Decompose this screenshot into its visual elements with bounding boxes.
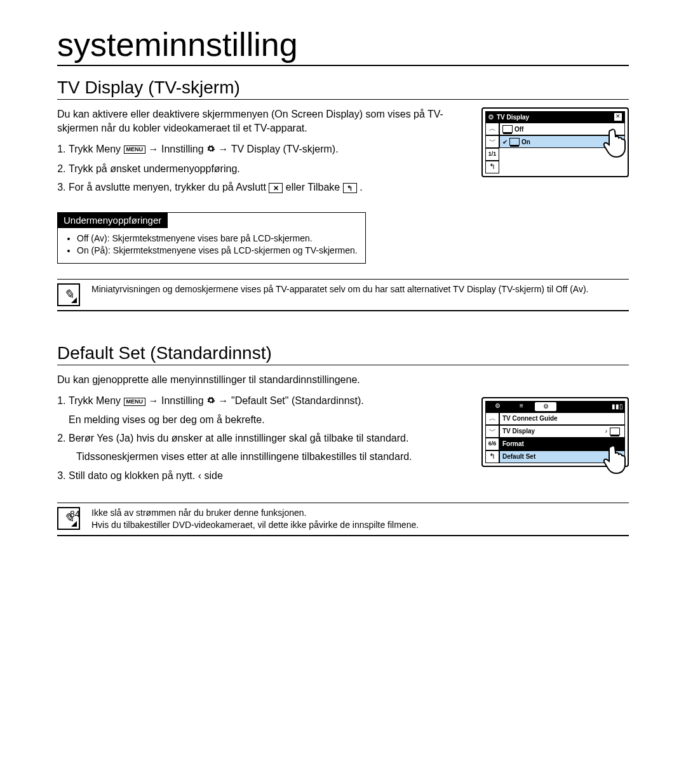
submenu-on: On (På): Skjermtekstmenyene vises på LCD…	[77, 245, 358, 257]
back-icon: ↰	[485, 161, 499, 173]
gear-icon: ⚙	[487, 402, 508, 411]
gear-icon	[206, 142, 215, 158]
tv-icon	[610, 428, 620, 435]
scroll-up-icon: ︿	[485, 123, 499, 135]
menu-icon: MENU	[124, 398, 146, 406]
section2-step3: Still dato og klokken på nytt. ‹ side	[69, 468, 431, 484]
scroll-up-icon: ︿	[485, 412, 499, 425]
gear-icon: ⚙	[488, 113, 494, 121]
back-icon: ↰	[343, 183, 357, 193]
section1-step3: For å avslutte menyen, trykker du på Avs…	[69, 179, 424, 196]
scroll-down-icon: ﹀	[485, 135, 499, 148]
submenu-box: Undermenyoppføringer Off (Av): Skjermtek…	[57, 212, 366, 264]
section1-note: ✎ Miniatyrvisningen og demoskjermene vis…	[57, 279, 629, 311]
section2-intro: Du kan gjenopprette alle menyinnstilling…	[57, 373, 629, 387]
hand-pointer-icon	[602, 443, 631, 476]
default-set-screen-mock: ⚙ ≡ ⚙ ▮▮▯ ︿ TV Connect Guide ﹀ TV Displa…	[481, 397, 629, 467]
section1-step1: Trykk Meny MENU → Innstilling → TV Displ…	[69, 141, 424, 158]
close-icon: ✕	[269, 183, 283, 193]
section1-step2: Trykk på ønsket undermenyoppføring.	[69, 161, 424, 177]
tv-icon	[509, 138, 520, 145]
screen2-row1: TV Connect Guide	[499, 412, 625, 425]
screen2-row2: TV Display ›	[499, 425, 625, 438]
section2-note-text: Ikke slå av strømmen når du bruker denne…	[91, 507, 419, 531]
page-title: systeminnstilling	[57, 25, 629, 66]
submenu-off: Off (Av): Skjermtekstmenyene vises bare …	[77, 233, 358, 245]
scroll-down-icon: ﹀	[485, 425, 499, 438]
tv-display-screen-mock: ⚙ TV Display ✕ ︿ Off ﹀ ✔ On 1/1 ↰	[481, 107, 629, 177]
back-icon: ↰	[485, 450, 499, 463]
close-icon: ✕	[614, 112, 622, 121]
list-icon: ≡	[511, 402, 532, 411]
gear-icon	[206, 393, 215, 410]
section2-steps: Trykk Meny MENU → Innstilling → "Default…	[57, 393, 431, 483]
screen2-counter: 6/6	[485, 438, 499, 450]
hand-pointer-icon	[602, 126, 631, 159]
section2-step2: Berør Yes (Ja) hvis du ønsker at alle in…	[69, 430, 431, 464]
section1-intro: Du kan aktivere eller deaktivere skjermm…	[57, 107, 451, 135]
screen1-counter: 1/1	[485, 148, 499, 161]
menu-icon: MENU	[124, 145, 146, 154]
section1-steps: Trykk Meny MENU → Innstilling → TV Displ…	[57, 141, 424, 196]
section2-note: ✎ Ikke slå av strømmen når du bruker den…	[57, 503, 629, 536]
section2-step1: Trykk Meny MENU → Innstilling → "Default…	[69, 393, 431, 428]
note-icon: ✎	[57, 283, 80, 306]
screen1-title: TV Display	[497, 114, 614, 121]
section-default-set-title: Default Set (Standardinnst)	[57, 343, 629, 365]
battery-icon: ▮▮▯	[612, 403, 623, 410]
section-tv-display-title: TV Display (TV-skjerm)	[57, 78, 629, 100]
tv-icon	[502, 125, 513, 133]
note-icon: ✎	[57, 507, 80, 530]
submenu-header: Undermenyoppføringer	[57, 212, 168, 228]
section1-note-text: Miniatyrvisningen og demoskjermene vises…	[91, 283, 589, 295]
check-tv-icon: ✔	[502, 139, 508, 145]
screen2-tabbar: ⚙ ≡ ⚙ ▮▮▯	[485, 401, 625, 412]
chevron-right-icon: ›	[605, 428, 607, 435]
gear-icon: ⚙	[535, 402, 556, 411]
